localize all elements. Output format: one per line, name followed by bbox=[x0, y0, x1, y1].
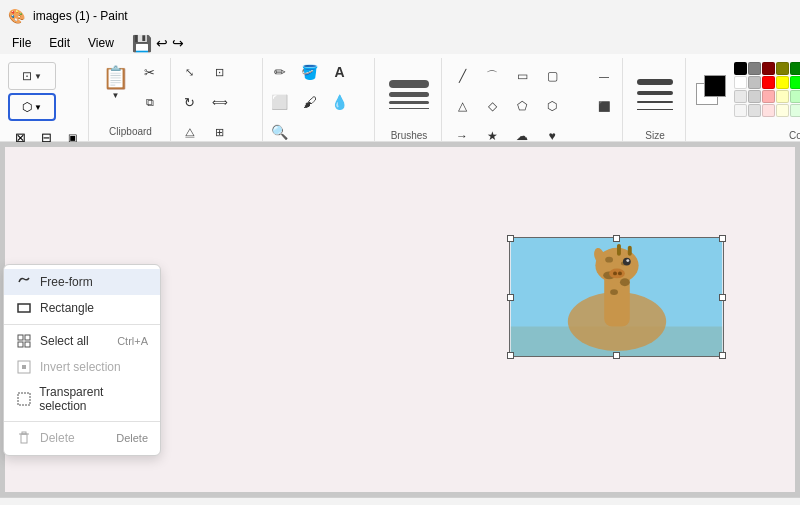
brush-medium[interactable] bbox=[389, 92, 429, 97]
color-swatch[interactable] bbox=[762, 76, 775, 89]
handle-ml[interactable] bbox=[507, 294, 514, 301]
color-swatch[interactable] bbox=[748, 76, 761, 89]
shape-curve[interactable]: ⌒ bbox=[478, 62, 506, 90]
brush-thin[interactable] bbox=[389, 101, 429, 104]
color-swatch[interactable] bbox=[748, 62, 761, 75]
handle-bl[interactable] bbox=[507, 352, 514, 359]
shape-triangle[interactable]: △ bbox=[448, 92, 476, 120]
resize-btn[interactable]: ⤡ bbox=[176, 58, 204, 86]
colors-section: Colors bbox=[688, 58, 800, 141]
text-tool[interactable]: A bbox=[326, 58, 354, 86]
crop-btn[interactable]: ⊡ bbox=[206, 58, 234, 86]
divider-2 bbox=[4, 421, 160, 422]
transparent-label: Transparent selection bbox=[39, 385, 148, 413]
size-section: Size bbox=[625, 58, 686, 141]
handle-tr[interactable] bbox=[719, 235, 726, 242]
clipboard-section: 📋 ▼ ✂ ⧉ Clipboard bbox=[91, 58, 171, 141]
color-swatch[interactable] bbox=[790, 104, 800, 117]
ribbon: ⊡ ▼ ⬡ ▼ ⊠ ⊟ ▣ 📋 ▼ ✂ bbox=[0, 54, 800, 142]
dropdown-rectangle[interactable]: Rectangle bbox=[4, 295, 160, 321]
dropdown-selectall[interactable]: Select all Ctrl+A bbox=[4, 328, 160, 354]
freeform-dropdown-icon: ▼ bbox=[34, 103, 42, 112]
redo-icon[interactable]: ↪ bbox=[172, 35, 184, 51]
svg-rect-25 bbox=[18, 393, 30, 405]
size-3[interactable] bbox=[637, 101, 673, 103]
dropdown-freeform[interactable]: Free-form bbox=[4, 269, 160, 295]
size-2[interactable] bbox=[637, 91, 673, 95]
svg-rect-24 bbox=[22, 365, 26, 369]
fill-tool[interactable]: 🪣 bbox=[296, 58, 324, 86]
selectall-label: Select all bbox=[40, 334, 89, 348]
save-icon[interactable]: 💾 bbox=[132, 34, 152, 53]
foreground-color[interactable] bbox=[704, 75, 726, 97]
shape-rect[interactable]: ▭ bbox=[508, 62, 536, 90]
color-swatch[interactable] bbox=[776, 104, 789, 117]
copy-btn[interactable]: ⧉ bbox=[136, 88, 164, 116]
svg-point-15 bbox=[609, 268, 625, 278]
handle-mr[interactable] bbox=[719, 294, 726, 301]
color-swatch[interactable] bbox=[776, 62, 789, 75]
cut-btn[interactable]: ✂ bbox=[136, 58, 164, 86]
app-icon: 🎨 bbox=[8, 8, 25, 24]
dropdown-delete[interactable]: Delete Delete bbox=[4, 425, 160, 451]
brush-thick[interactable] bbox=[389, 80, 429, 88]
freeform-select-btn[interactable]: ⬡ ▼ bbox=[8, 93, 56, 121]
shape-line[interactable]: ╱ bbox=[448, 62, 476, 90]
size-4[interactable] bbox=[637, 109, 673, 110]
color-swatch[interactable] bbox=[748, 90, 761, 103]
color-swatch[interactable] bbox=[790, 62, 800, 75]
fill-shapes-btn[interactable]: ⬛ bbox=[590, 92, 618, 120]
flip-btn[interactable]: ⟺ bbox=[206, 88, 234, 116]
menu-view[interactable]: View bbox=[80, 34, 122, 52]
svg-point-17 bbox=[618, 271, 622, 275]
brushes-section: Brushes bbox=[377, 58, 442, 141]
undo-icon[interactable]: ↩ bbox=[156, 35, 168, 51]
color-swatch[interactable] bbox=[762, 90, 775, 103]
handle-tl[interactable] bbox=[507, 235, 514, 242]
divider-1 bbox=[4, 324, 160, 325]
pencil-tool[interactable]: ✏ bbox=[266, 58, 294, 86]
menu-edit[interactable]: Edit bbox=[41, 34, 78, 52]
color-swatch[interactable] bbox=[734, 76, 747, 89]
color-swatch[interactable] bbox=[734, 62, 747, 75]
freeform-select-icon: ⬡ bbox=[22, 100, 32, 114]
svg-rect-26 bbox=[21, 434, 27, 443]
color-swatch[interactable] bbox=[762, 104, 775, 117]
color-swatch[interactable] bbox=[776, 76, 789, 89]
title-text: images (1) - Paint bbox=[33, 9, 128, 23]
brush-thinnest[interactable] bbox=[389, 108, 429, 109]
paste-btn[interactable]: 📋 ▼ bbox=[98, 58, 134, 106]
handle-bm[interactable] bbox=[613, 352, 620, 359]
select-section: ⊡ ▼ ⬡ ▼ ⊠ ⊟ ▣ bbox=[4, 58, 89, 141]
shapes-section: ╱ ⌒ ▭ ▢ △ ◇ ⬠ ⬡ → ★ ☁ ♥ ✶ 💬 ○ ▼ — ⬛ bbox=[444, 58, 623, 141]
color-swatch[interactable] bbox=[790, 76, 800, 89]
color-swatch[interactable] bbox=[762, 62, 775, 75]
eraser-tool[interactable]: ⬜ bbox=[266, 88, 294, 116]
giraffe-image[interactable] bbox=[509, 237, 724, 357]
shape-roundrect[interactable]: ▢ bbox=[538, 62, 566, 90]
delete-label: Delete bbox=[40, 431, 75, 445]
status-bar: 100% 800 x 600px bbox=[0, 497, 800, 505]
canvas-area[interactable]: Free-form Rectangle Select all bbox=[0, 142, 800, 497]
dropdown-invertselection[interactable]: Invert selection bbox=[4, 354, 160, 380]
rotate-btn[interactable]: ↻ bbox=[176, 88, 204, 116]
color-swatch[interactable] bbox=[776, 90, 789, 103]
handle-br[interactable] bbox=[719, 352, 726, 359]
handle-tm[interactable] bbox=[613, 235, 620, 242]
dropdown-transparent[interactable]: Transparent selection bbox=[4, 380, 160, 418]
size-1[interactable] bbox=[637, 79, 673, 85]
menu-file[interactable]: File bbox=[4, 34, 39, 52]
outline-btn[interactable]: — bbox=[590, 62, 618, 90]
color-swatch[interactable] bbox=[748, 104, 761, 117]
svg-rect-13 bbox=[617, 244, 621, 256]
color-swatch[interactable] bbox=[790, 90, 800, 103]
brushes-label: Brushes bbox=[391, 126, 428, 141]
brush-tool[interactable]: 🖌 bbox=[296, 88, 324, 116]
eyedropper-tool[interactable]: 💧 bbox=[326, 88, 354, 116]
color-swatch[interactable] bbox=[734, 104, 747, 117]
rectangle-select-btn[interactable]: ⊡ ▼ bbox=[8, 62, 56, 90]
color-swatch[interactable] bbox=[734, 90, 747, 103]
shape-pentagon[interactable]: ⬠ bbox=[508, 92, 536, 120]
shape-hexagon[interactable]: ⬡ bbox=[538, 92, 566, 120]
shape-diamond[interactable]: ◇ bbox=[478, 92, 506, 120]
